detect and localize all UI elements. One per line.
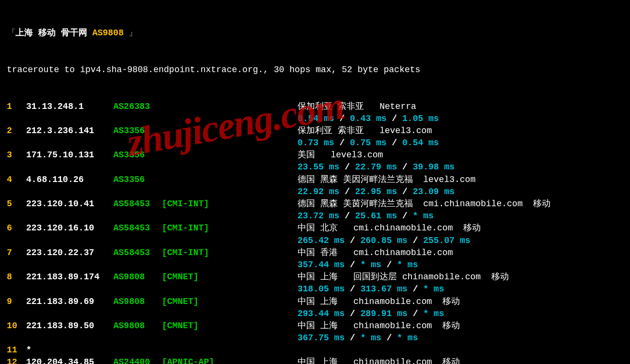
latency-value: 0.54 ms bbox=[402, 138, 439, 148]
hop-tag bbox=[162, 174, 230, 186]
command-line: traceroute to ipv4.sha-9808.endpoint.nxt… bbox=[7, 64, 626, 76]
hop-asn: AS9808 bbox=[113, 296, 162, 308]
hop-latency-row: 367.75 ms / * ms / * ms bbox=[7, 332, 626, 344]
hop-number: 12 bbox=[7, 356, 26, 364]
hop-number: 3 bbox=[7, 149, 26, 161]
header-line: 『上海 移动 骨干网 AS9808 』 bbox=[7, 27, 626, 39]
hop-location: 德国 黑森 美因河畔法兰克福 level3.com bbox=[298, 174, 475, 186]
hop-asn: AS9808 bbox=[113, 271, 162, 283]
hop-row: 5223.120.10.41AS58453[CMI-INT]德国 黑森 美茵河畔… bbox=[7, 198, 626, 210]
hop-number: 6 bbox=[7, 222, 26, 234]
hop-tag: [APNIC-AP] bbox=[162, 356, 230, 364]
latency-value: 265.42 ms bbox=[298, 236, 345, 245]
hop-tag bbox=[162, 344, 230, 356]
hop-tag bbox=[162, 125, 230, 137]
hop-asn: AS24400 bbox=[113, 356, 162, 364]
hop-location: 中国 上海 chinamobile.com 移动 bbox=[298, 320, 460, 332]
hop-location: 中国 北京 cmi.chinamobile.com 移动 bbox=[298, 222, 481, 234]
latency-value: 23.55 ms bbox=[298, 162, 339, 172]
terminal-output: 『上海 移动 骨干网 AS9808 』 traceroute to ipv4.s… bbox=[0, 0, 630, 364]
hop-row: 7223.120.22.37AS58453[CMI-INT]中国 香港 cmi.… bbox=[7, 247, 626, 259]
hop-latencies: 293.44 ms / 289.91 ms / * ms bbox=[298, 308, 444, 320]
hop-ip: 221.183.89.50 bbox=[26, 320, 113, 332]
hop-location: 保加利亚 索非亚 level3.com bbox=[298, 125, 432, 137]
latency-value: 0.73 ms bbox=[298, 138, 334, 148]
hop-row: 8221.183.89.174AS9808[CMNET]中国 上海 回国到达层 … bbox=[7, 271, 626, 283]
hop-location: 中国 香港 cmi.chinamobile.com bbox=[298, 247, 453, 259]
hop-latencies: 23.72 ms / 25.61 ms / * ms bbox=[298, 210, 434, 222]
hop-number: 5 bbox=[7, 198, 26, 210]
hop-ip: 4.68.110.26 bbox=[26, 174, 113, 186]
latency-value: * ms bbox=[397, 260, 418, 270]
latency-value: * ms bbox=[361, 260, 381, 270]
hop-latencies: 265.42 ms / 260.85 ms / 255.07 ms bbox=[298, 235, 470, 247]
hop-latency-row: 22.92 ms / 22.95 ms / 23.09 ms bbox=[7, 186, 626, 198]
hop-latency-row: 318.05 ms / 313.67 ms / * ms bbox=[7, 283, 626, 295]
header-open: 『 bbox=[7, 27, 16, 39]
hop-number: 7 bbox=[7, 247, 26, 259]
hop-number: 1 bbox=[7, 101, 26, 113]
hop-asn: AS58453 bbox=[113, 247, 162, 259]
hop-asn bbox=[113, 344, 162, 356]
hop-number: 9 bbox=[7, 296, 26, 308]
hop-ip: 212.3.236.141 bbox=[26, 125, 113, 137]
latency-value: 25.61 ms bbox=[355, 211, 397, 221]
hop-asn: AS3356 bbox=[113, 149, 162, 161]
hop-tag bbox=[162, 101, 230, 113]
hop-row: 9221.183.89.69AS9808[CMNET]中国 上海 chinamo… bbox=[7, 296, 626, 308]
hop-tag: [CMI-INT] bbox=[162, 222, 230, 234]
hop-latency-row: 23.72 ms / 25.61 ms / * ms bbox=[7, 210, 626, 222]
hop-asn: AS3356 bbox=[113, 125, 162, 137]
latency-value: 318.05 ms bbox=[298, 284, 345, 294]
hop-latencies: 23.55 ms / 22.79 ms / 39.98 ms bbox=[298, 161, 455, 173]
hop-tag: [CMNET] bbox=[162, 271, 230, 283]
latency-value: * ms bbox=[423, 284, 444, 294]
hop-ip: 171.75.10.131 bbox=[26, 149, 113, 161]
latency-value: 0.54 ms bbox=[298, 114, 334, 123]
hop-row: 12120.204.34.85AS24400[APNIC-AP]中国 上海 ch… bbox=[7, 356, 626, 364]
hop-latencies: 0.54 ms / 0.43 ms / 1.05 ms bbox=[298, 113, 439, 125]
hop-latencies: 357.44 ms / * ms / * ms bbox=[298, 259, 418, 271]
latency-value: 293.44 ms bbox=[298, 309, 345, 318]
hop-location: 德国 黑森 美茵河畔法兰克福 cmi.chinamobile.com 移动 bbox=[298, 198, 551, 210]
latency-value: 367.75 ms bbox=[298, 333, 345, 343]
latency-value: 22.95 ms bbox=[355, 187, 397, 197]
latency-value: 1.05 ms bbox=[402, 114, 439, 123]
hop-ip: 221.183.89.69 bbox=[26, 296, 113, 308]
hop-tag: [CMNET] bbox=[162, 320, 230, 332]
hop-number: 2 bbox=[7, 125, 26, 137]
latency-value: 0.75 ms bbox=[350, 138, 387, 148]
latency-value: * ms bbox=[413, 211, 434, 221]
hop-location: 中国 上海 chinamobile.com 移动 bbox=[298, 296, 460, 308]
hop-row: 44.68.110.26AS3356德国 黑森 美因河畔法兰克福 level3.… bbox=[7, 174, 626, 186]
hop-number: 8 bbox=[7, 271, 26, 283]
header-text: 上海 移动 骨干网 bbox=[16, 27, 92, 39]
hop-row: 6223.120.16.10AS58453[CMI-INT]中国 北京 cmi.… bbox=[7, 222, 626, 234]
latency-value: 255.07 ms bbox=[423, 236, 470, 245]
hop-latency-row: 0.54 ms / 0.43 ms / 1.05 ms bbox=[7, 113, 626, 125]
latency-value: 260.85 ms bbox=[361, 236, 408, 245]
latency-value: * ms bbox=[423, 309, 444, 318]
hop-number: 11 bbox=[7, 344, 26, 356]
hop-latency-row: 357.44 ms / * ms / * ms bbox=[7, 259, 626, 271]
hop-ip: 221.183.89.174 bbox=[26, 271, 113, 283]
hop-location: 中国 上海 chinamobile.com 移动 bbox=[298, 356, 460, 364]
hop-location: 中国 上海 回国到达层 chinamobile.com 移动 bbox=[298, 271, 509, 283]
hop-asn: AS26383 bbox=[113, 101, 162, 113]
latency-value: 39.98 ms bbox=[413, 162, 455, 172]
hops-container: 131.13.248.1AS26383保加利亚 索非亚 Neterra0.54 … bbox=[7, 101, 626, 364]
latency-value: 23.09 ms bbox=[413, 187, 455, 197]
hop-row: 10221.183.89.50AS9808[CMNET]中国 上海 chinam… bbox=[7, 320, 626, 332]
hop-number: 10 bbox=[7, 320, 26, 332]
latency-value: 289.91 ms bbox=[361, 309, 408, 318]
hop-asn: AS58453 bbox=[113, 198, 162, 210]
latency-value: 22.92 ms bbox=[298, 187, 339, 197]
header-asn: AS9808 bbox=[92, 27, 129, 39]
hop-latency-row: 0.73 ms / 0.75 ms / 0.54 ms bbox=[7, 137, 626, 149]
latency-value: 22.79 ms bbox=[355, 162, 397, 172]
hop-row: 3171.75.10.131AS3356美国 level3.com bbox=[7, 149, 626, 161]
hop-tag: [CMI-INT] bbox=[162, 247, 230, 259]
hop-tag: [CMI-INT] bbox=[162, 198, 230, 210]
hop-ip: 223.120.16.10 bbox=[26, 222, 113, 234]
header-close: 』 bbox=[129, 27, 138, 39]
